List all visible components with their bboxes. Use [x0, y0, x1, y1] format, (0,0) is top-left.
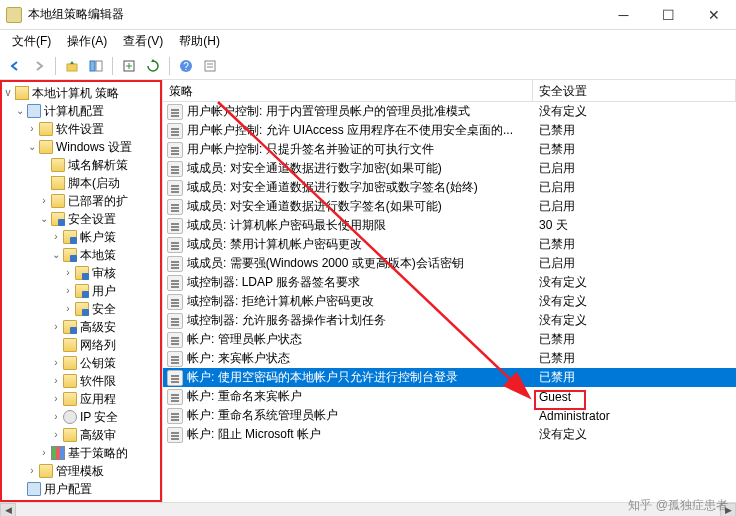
- tree-node[interactable]: ⌄本地策: [2, 246, 160, 264]
- tree-node[interactable]: ›软件设置: [2, 120, 160, 138]
- tree-node[interactable]: ›审核: [2, 264, 160, 282]
- expander-icon[interactable]: ›: [50, 426, 62, 444]
- policy-row[interactable]: 帐户: 使用空密码的本地帐户只允许进行控制台登录已禁用: [163, 368, 736, 387]
- policy-name: 用户帐户控制: 允许 UIAccess 应用程序在不使用安全桌面的...: [187, 122, 533, 139]
- export-button[interactable]: [118, 55, 140, 77]
- policy-row[interactable]: 域控制器: LDAP 服务器签名要求没有定义: [163, 273, 736, 292]
- tree-node[interactable]: ›帐户策: [2, 228, 160, 246]
- tree-node[interactable]: ›已部署的扩: [2, 192, 160, 210]
- policy-setting: 已启用: [533, 255, 736, 272]
- tree-node[interactable]: ⌄Windows 设置: [2, 138, 160, 156]
- policy-name: 域控制器: 拒绝计算机帐户密码更改: [187, 293, 533, 310]
- tree-node[interactable]: 域名解析策: [2, 156, 160, 174]
- horizontal-scrollbar[interactable]: ◀ ▶: [0, 502, 736, 516]
- policy-row[interactable]: 用户帐户控制: 允许 UIAccess 应用程序在不使用安全桌面的...已禁用: [163, 121, 736, 140]
- policy-item-icon: [167, 123, 183, 139]
- tree-node[interactable]: ›基于策略的: [2, 444, 160, 462]
- expander-icon[interactable]: ›: [62, 282, 74, 300]
- app-icon: [6, 7, 22, 23]
- policy-item-icon: [167, 256, 183, 272]
- policy-row[interactable]: 域成员: 对安全通道数据进行数字加密(如果可能)已启用: [163, 159, 736, 178]
- tree-pane[interactable]: v本地计算机 策略⌄计算机配置›软件设置⌄Windows 设置域名解析策脚本(启…: [0, 80, 162, 502]
- policy-item-icon: [167, 161, 183, 177]
- policy-name: 域控制器: LDAP 服务器签名要求: [187, 274, 533, 291]
- tree-node[interactable]: ›用户: [2, 282, 160, 300]
- policy-setting: 已禁用: [533, 141, 736, 158]
- minimize-button[interactable]: ─: [601, 0, 646, 30]
- policy-row[interactable]: 域成员: 需要强(Windows 2000 或更高版本)会话密钥已启用: [163, 254, 736, 273]
- expander-icon[interactable]: ›: [50, 318, 62, 336]
- column-policy[interactable]: 策略: [163, 80, 533, 101]
- expander-icon[interactable]: ›: [26, 462, 38, 480]
- expander-icon[interactable]: ›: [50, 354, 62, 372]
- tree-node[interactable]: ⌄安全设置: [2, 210, 160, 228]
- column-setting[interactable]: 安全设置: [533, 80, 736, 101]
- tree-node[interactable]: ›高级审: [2, 426, 160, 444]
- list-body[interactable]: 用户帐户控制: 用于内置管理员帐户的管理员批准模式没有定义用户帐户控制: 允许 …: [163, 102, 736, 502]
- tree-node[interactable]: ⌄计算机配置: [2, 102, 160, 120]
- expander-icon[interactable]: ›: [50, 408, 62, 426]
- tree-label: 安全: [92, 300, 116, 318]
- policy-row[interactable]: 域成员: 对安全通道数据进行数字加密或数字签名(始终)已启用: [163, 178, 736, 197]
- show-hide-tree-button[interactable]: [85, 55, 107, 77]
- tree-label: 软件限: [80, 372, 116, 390]
- tree-root-node[interactable]: v本地计算机 策略: [2, 84, 160, 102]
- policy-row[interactable]: 帐户: 管理员帐户状态已禁用: [163, 330, 736, 349]
- back-button[interactable]: [4, 55, 26, 77]
- svg-rect-1: [90, 61, 95, 71]
- maximize-button[interactable]: ☐: [646, 0, 691, 30]
- policy-row[interactable]: 帐户: 阻止 Microsoft 帐户没有定义: [163, 425, 736, 444]
- tree-node[interactable]: 脚本(启动: [2, 174, 160, 192]
- expander-icon[interactable]: ⌄: [26, 138, 38, 156]
- expander-icon[interactable]: ›: [50, 372, 62, 390]
- expander-icon[interactable]: ›: [38, 192, 50, 210]
- policy-row[interactable]: 帐户: 重命名来宾帐户Guest: [163, 387, 736, 406]
- expander-icon[interactable]: ›: [38, 444, 50, 462]
- tree-node[interactable]: ›管理模板: [2, 462, 160, 480]
- policy-row[interactable]: 域成员: 计算机帐户密码最长使用期限30 天: [163, 216, 736, 235]
- tree-node[interactable]: 用户配置: [2, 480, 160, 498]
- policy-row[interactable]: 域成员: 禁用计算机帐户密码更改已禁用: [163, 235, 736, 254]
- policy-setting: 已禁用: [533, 122, 736, 139]
- close-button[interactable]: ✕: [691, 0, 736, 30]
- help-button[interactable]: ?: [175, 55, 197, 77]
- expander-icon[interactable]: ⌄: [50, 246, 62, 264]
- expander-icon[interactable]: ⌄: [14, 102, 26, 120]
- tree-node[interactable]: ›高级安: [2, 318, 160, 336]
- up-button[interactable]: [61, 55, 83, 77]
- expander-icon[interactable]: ›: [50, 228, 62, 246]
- expander-icon[interactable]: ›: [26, 120, 38, 138]
- menu-view[interactable]: 查看(V): [115, 31, 171, 52]
- expander-icon[interactable]: ›: [62, 300, 74, 318]
- policy-row[interactable]: 域控制器: 允许服务器操作者计划任务没有定义: [163, 311, 736, 330]
- policy-row[interactable]: 用户帐户控制: 只提升签名并验证的可执行文件已禁用: [163, 140, 736, 159]
- policy-row[interactable]: 域成员: 对安全通道数据进行数字签名(如果可能)已启用: [163, 197, 736, 216]
- tree-node[interactable]: ›公钥策: [2, 354, 160, 372]
- tree-node[interactable]: ›IP 安全: [2, 408, 160, 426]
- menu-file[interactable]: 文件(F): [4, 31, 59, 52]
- tree-node[interactable]: 网络列: [2, 336, 160, 354]
- menu-help[interactable]: 帮助(H): [171, 31, 228, 52]
- policy-row[interactable]: 帐户: 来宾帐户状态已禁用: [163, 349, 736, 368]
- forward-button[interactable]: [28, 55, 50, 77]
- tree-node[interactable]: ›应用程: [2, 390, 160, 408]
- refresh-button[interactable]: [142, 55, 164, 77]
- properties-button[interactable]: [199, 55, 221, 77]
- tree-label: 已部署的扩: [68, 192, 128, 210]
- expander-icon[interactable]: ›: [50, 390, 62, 408]
- menu-action[interactable]: 操作(A): [59, 31, 115, 52]
- policy-item-icon: [167, 351, 183, 367]
- policy-item-icon: [167, 142, 183, 158]
- expander-icon[interactable]: ›: [62, 264, 74, 282]
- computer-icon: [27, 482, 41, 496]
- tree-node[interactable]: ›安全: [2, 300, 160, 318]
- svg-rect-0: [67, 64, 77, 71]
- policy-setting: 没有定义: [533, 103, 736, 120]
- scroll-left-button[interactable]: ◀: [0, 503, 16, 516]
- expander-icon[interactable]: ⌄: [38, 210, 50, 228]
- policy-row[interactable]: 用户帐户控制: 用于内置管理员帐户的管理员批准模式没有定义: [163, 102, 736, 121]
- policy-row[interactable]: 域控制器: 拒绝计算机帐户密码更改没有定义: [163, 292, 736, 311]
- tree-node[interactable]: ›软件限: [2, 372, 160, 390]
- policy-row[interactable]: 帐户: 重命名系统管理员帐户Administrator: [163, 406, 736, 425]
- folder-sec: [51, 212, 65, 226]
